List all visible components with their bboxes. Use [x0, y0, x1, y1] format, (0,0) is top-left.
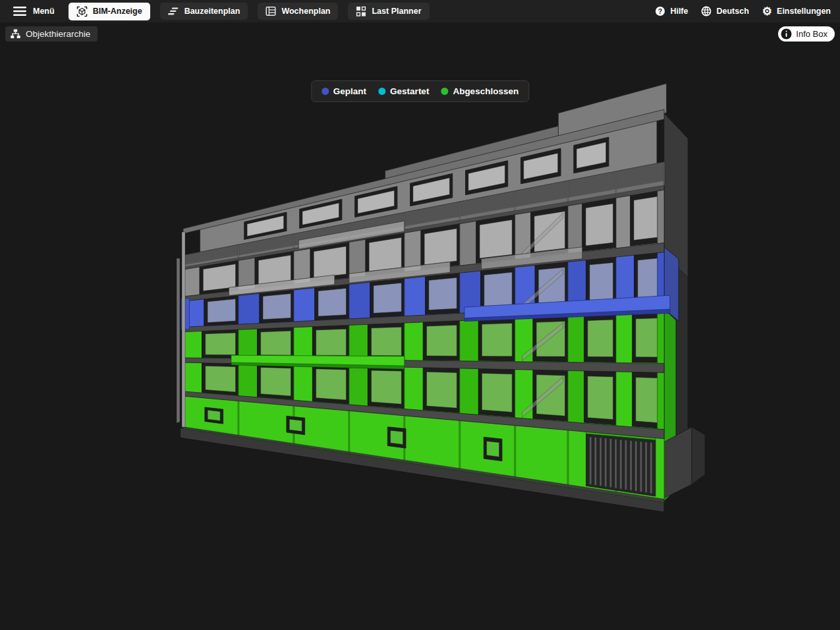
language-button[interactable]: Deutsch [701, 6, 748, 16]
garage-ramp-side [692, 427, 705, 484]
tab-last-planner[interactable]: Last Planner [348, 3, 429, 20]
garage-gate-slat [630, 441, 632, 491]
railing-post [615, 171, 617, 194]
window-glass [482, 323, 512, 356]
globe-icon [701, 6, 712, 16]
wall-joint [349, 408, 350, 454]
top-toolbar: Menü BIM-Anzeige Bauzeitenplan [0, 0, 840, 22]
bim-model-3d-view[interactable] [0, 22, 840, 630]
week-plan-table-icon [266, 6, 276, 16]
basement-window-glass [289, 419, 302, 431]
wall-joint [459, 417, 461, 471]
garage-gate-slat [620, 440, 622, 489]
basement-window-glass [487, 442, 499, 457]
railing-post [293, 234, 294, 248]
object-hierarchy-button[interactable]: Objekthierarchie [5, 26, 98, 42]
wall-pier [460, 316, 479, 365]
legend-label-abgeschlossen: Abgeschlossen [453, 86, 518, 96]
wall-pier [349, 279, 370, 322]
wall-pier [658, 185, 664, 248]
help-label: Hilfe [670, 7, 688, 16]
tab-label: Last Planner [372, 7, 421, 16]
wall-pier [405, 364, 424, 414]
garage-gate-slat [610, 439, 612, 488]
window-glass [316, 369, 347, 400]
window-glass [588, 320, 613, 357]
wall-pier [658, 308, 664, 368]
settings-label: Einstellungen [777, 7, 831, 16]
garage-gate-slat [615, 440, 617, 488]
window-glass [258, 255, 291, 285]
wall-pier [460, 364, 479, 418]
window-glass [206, 333, 236, 355]
tab-wochenplan[interactable]: Wochenplan [258, 3, 338, 20]
window-glass [590, 262, 613, 301]
window-glass [372, 327, 402, 356]
wall-pier [658, 368, 664, 434]
wall-pier [616, 191, 630, 252]
tab-label: BIM-Anzeige [93, 7, 142, 16]
window-glass [429, 277, 457, 310]
basement-window-glass [208, 410, 220, 420]
tab-bauzeitenplan[interactable]: Bauzeitenplan [160, 3, 248, 20]
wall-joint [567, 426, 569, 487]
last-planner-grid-icon [356, 6, 366, 16]
window-glass [374, 283, 402, 313]
toolbar-right-group: ? Hilfe Deutsch ⚙ Einstellungen [655, 6, 831, 17]
wall-joint [238, 399, 239, 438]
railing-post [663, 162, 665, 186]
hierarchy-icon [11, 29, 20, 39]
legend-dot-geplant [322, 88, 329, 95]
toolbar-left-group: Menü BIM-Anzeige Bauzeitenplan [9, 3, 430, 20]
railing-post [567, 181, 569, 202]
garage-gate-slat [640, 442, 642, 492]
window-glass [316, 329, 347, 355]
railing-post [459, 202, 461, 220]
legend-label-geplant: Geplant [333, 86, 366, 96]
wall-pier [294, 285, 315, 324]
garage-gate-slat [600, 438, 602, 486]
help-button[interactable]: ? Hilfe [655, 6, 688, 16]
window-glass [427, 372, 457, 408]
wall-pier [405, 319, 424, 364]
wall-pier [183, 329, 202, 360]
legend-item-gestartet: Gestartet [378, 86, 429, 96]
menu-label: Menü [33, 7, 55, 16]
window-glass [369, 237, 401, 272]
railing-post [238, 244, 239, 258]
window-glass [484, 272, 513, 307]
bim-app: { "toolbar": { "menu_label": "Menü", "ta… [0, 0, 840, 630]
wall-pier [183, 360, 202, 395]
menu-button[interactable]: Menü [9, 4, 59, 18]
wall-pier [616, 309, 632, 368]
tab-label: Wochenplan [281, 7, 330, 16]
status-legend: Geplant Gestartet Abgeschlossen [311, 80, 529, 102]
corner-column [182, 232, 185, 427]
garage-gate-slat [645, 442, 647, 493]
garage-gate-slat [625, 440, 627, 490]
wall-joint [515, 422, 516, 480]
basement-window-glass [391, 430, 403, 444]
legend-dot-abgeschlossen [441, 88, 448, 95]
garage-gate-slat [650, 443, 652, 494]
window-glass [588, 376, 613, 420]
window-glass [424, 229, 457, 265]
wall-pier [238, 361, 258, 400]
window-glass [208, 299, 236, 323]
window-glass [482, 373, 512, 412]
wall-pier [405, 273, 426, 320]
settings-button[interactable]: ⚙ Einstellungen [762, 6, 831, 17]
info-box-label: Info Box [796, 29, 827, 39]
tab-bim-anzeige[interactable]: BIM-Anzeige [69, 3, 150, 20]
svg-text:?: ? [658, 7, 662, 15]
window-glass [261, 331, 291, 355]
legend-dot-gestartet [378, 88, 385, 95]
window-glass [586, 204, 613, 246]
window-glass [372, 370, 402, 404]
legend-item-geplant: Geplant [322, 86, 366, 96]
gear-icon: ⚙ [762, 6, 772, 17]
garage-gate-slat [595, 438, 597, 486]
wall-pier [616, 367, 632, 431]
wall-pier [349, 363, 368, 409]
info-box-button[interactable]: Info Box [778, 26, 835, 42]
